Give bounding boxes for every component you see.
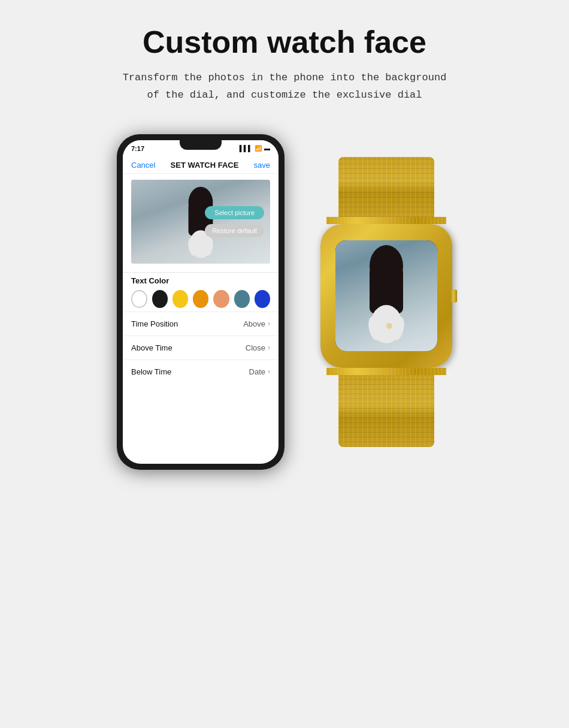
restore-default-button[interactable]: Restore default [205,224,264,237]
swatch-orange-light[interactable] [213,290,229,308]
save-button[interactable]: save [254,161,270,170]
battery-icon: ▬ [264,145,270,152]
connector-lines-bottom [326,368,446,375]
settings-label-below-time: Below Time [131,367,171,376]
status-bar: 7:17 ▌▌▌ 📶 ▬ [123,140,279,157]
chevron-icon-3: › [268,367,270,376]
text-color-section: Text Color [123,276,279,312]
chevron-icon-1: › [268,319,270,328]
watch-body [320,224,452,368]
select-picture-button[interactable]: Select picture [205,206,264,219]
phone-mockup: 7:17 ▌▌▌ 📶 ▬ Cancel SET WATCH FACE save [117,134,284,470]
settings-label-time-position: Time Position [131,319,178,328]
time-position-value: Above [243,319,265,328]
watch-mockup [320,157,452,447]
above-time-value: Close [246,343,265,352]
phone-time: 7:17 [131,145,144,152]
swatch-blue[interactable] [255,290,270,308]
color-swatches [131,290,270,308]
watch-crown [451,289,457,303]
status-icons: ▌▌▌ 📶 ▬ [240,145,270,152]
watch-screen [335,240,437,351]
band-mesh-top [338,157,434,217]
settings-value-above-time: Close › [246,343,270,352]
swatch-yellow[interactable] [172,290,188,308]
below-time-value: Date [249,367,265,376]
action-buttons: Select picture Restore default [205,206,264,237]
settings-value-below-time: Date › [249,367,270,376]
chevron-icon-2: › [268,343,270,352]
watch-band-top [338,157,434,217]
text-color-label: Text Color [131,276,270,285]
watch-band-bottom [338,375,434,447]
settings-row-below-time[interactable]: Below Time Date › [123,360,279,383]
settings-label-above-time: Above Time [131,343,172,352]
svg-point-10 [386,323,392,329]
band-mesh-bottom [338,375,434,447]
signal-icon: ▌▌▌ [240,145,252,152]
cancel-button[interactable]: Cancel [131,161,155,170]
swatch-black[interactable] [152,290,168,308]
devices-row: 7:17 ▌▌▌ 📶 ▬ Cancel SET WATCH FACE save [18,134,551,470]
app-header-title: SET WATCH FACE [171,161,239,170]
settings-list: Time Position Above › Above Time Close ›… [123,312,279,464]
settings-row-time-position[interactable]: Time Position Above › [123,312,279,336]
page-title: Custom watch face [143,24,426,60]
settings-row-above-time[interactable]: Above Time Close › [123,336,279,360]
wifi-icon: 📶 [255,145,262,152]
watch-face-image [335,240,437,351]
person-silhouette-watch [356,243,416,351]
app-header: Cancel SET WATCH FACE save [123,157,279,174]
watch-connector-top [326,217,446,224]
swatch-orange-dark[interactable] [193,290,208,308]
divider-1 [123,272,279,273]
connector-lines-top [326,217,446,224]
page-subtitle: Transform the photos in the phone into t… [123,70,447,104]
swatch-teal[interactable] [234,290,250,308]
watch-connector-bottom [326,368,446,375]
phone-screen: 7:17 ▌▌▌ 📶 ▬ Cancel SET WATCH FACE save [123,140,279,464]
swatch-white[interactable] [131,290,147,308]
settings-value-time-position: Above › [243,319,270,328]
watch-face-preview: Select picture Restore default [131,180,270,264]
notch [180,140,222,150]
